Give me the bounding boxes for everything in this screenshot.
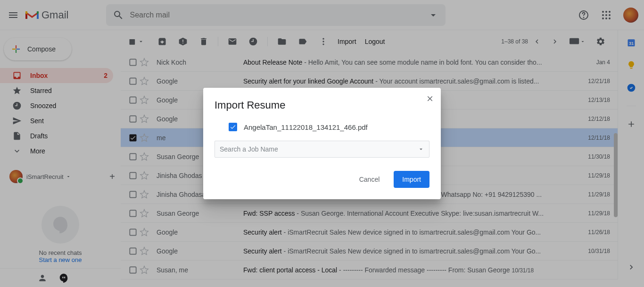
import-button[interactable]: Import [394,171,429,188]
attachment-filename: AngelaTan_11122018_134121_466.pdf [244,123,368,131]
cancel-button[interactable]: Cancel [351,171,388,188]
import-resume-modal: Import Resume AngelaTan_11122018_134121_… [203,88,441,199]
job-search-dropdown[interactable]: Search a Job Name [215,141,429,158]
modal-scrim: Import Resume AngelaTan_11122018_134121_… [0,0,644,287]
dropdown-caret-icon [418,146,424,152]
attachment-row: AngelaTan_11122018_134121_466.pdf [215,123,429,131]
attachment-checkbox[interactable] [229,123,237,131]
job-search-placeholder: Search a Job Name [220,145,278,153]
close-icon [426,94,434,103]
check-icon [230,124,236,130]
modal-title: Import Resume [215,99,429,111]
modal-close-button[interactable] [426,94,434,103]
